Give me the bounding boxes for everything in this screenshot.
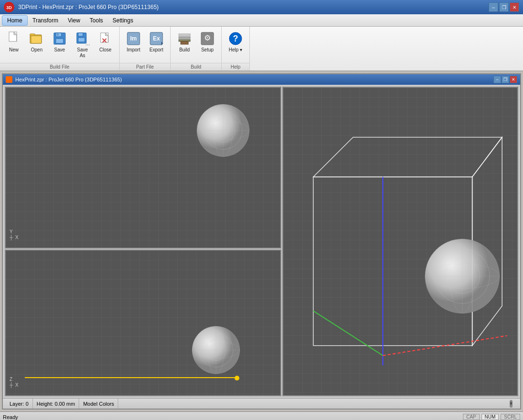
save-icon [52,31,67,46]
help-label: Help ▾ [229,47,242,53]
viewport-bottom[interactable]: Z ┼ X [5,250,281,396]
svg-line-53 [313,311,383,356]
mdi-window: HexPrint.zpr : ProJet 660 Pro (3DP651113… [2,73,521,410]
open-label: Open [31,47,42,53]
import-label: Import [127,47,140,53]
bottom-view-origin: ┼ [10,382,13,388]
close-button[interactable]: ✕ [510,2,519,12]
bottom-view-baseline [25,377,237,378]
new-label: New [9,47,19,53]
build-file-label: Build File [0,63,119,70]
restore-button[interactable]: ❐ [499,2,509,12]
help-icon: ? [228,31,243,46]
top-view-origin: ┼ [10,235,13,240]
svg-text:…: … [85,41,90,46]
ribbon-group-build-file-content: New Open [0,27,119,63]
open-button[interactable]: Open [26,29,48,55]
menu-settings[interactable]: Settings [108,16,138,25]
ribbon-group-part-file: Im Import Ex Export Part File [120,27,171,70]
menu-tools[interactable]: Tools [85,16,108,25]
import-icon: Im [126,31,141,46]
help-button[interactable]: ? Help ▾ [225,29,246,55]
mdi-minimize-button[interactable]: – [493,76,501,83]
svg-rect-25 [179,37,190,39]
svg-rect-24 [179,40,190,41]
svg-rect-9 [56,39,63,43]
menu-view[interactable]: View [63,16,85,25]
top-view-y-axis: Y [10,229,13,234]
save-button[interactable]: Save [49,29,71,55]
status-scroll [505,399,517,409]
menu-home[interactable]: Home [2,15,28,26]
export-icon: Ex [149,31,164,46]
svg-rect-26 [179,34,190,36]
export-label: Export [150,47,164,53]
menu-transform[interactable]: Transform [28,16,63,25]
ribbon-group-help-content: ? Help ▾ [222,27,249,63]
model-top-view [195,102,252,159]
ribbon-group-build-content: Build ⚙ Setup [171,27,221,63]
scrl-indicator: SCRL [501,414,520,420]
svg-rect-5 [30,34,35,36]
setup-icon: ⚙ [200,31,215,46]
build-button[interactable]: Build [174,29,195,55]
mdi-window-title: HexPrint.zpr : ProJet 660 Pro (3DP651113… [15,77,122,82]
build-label: Build [179,47,190,53]
svg-rect-12 [78,33,83,36]
mdi-title-bar: HexPrint.zpr : ProJet 660 Pro (3DP651113… [3,74,520,85]
svg-rect-10 [57,33,59,36]
title-bar-controls: – ❐ ✕ [489,2,519,12]
colors-status: Model Colors [79,399,118,409]
model-bottom-view [190,324,242,376]
svg-rect-27 [181,41,188,44]
svg-text:3D: 3D [6,5,12,10]
content-area: HexPrint.zpr : ProJet 660 Pro (3DP651113… [0,71,523,420]
minimize-button[interactable]: – [489,2,498,12]
viewport-status-bar: Layer: 0 Height: 0.00 mm Model Colors [3,398,520,409]
keyboard-indicators: CAP NUM SCRL [461,414,520,420]
part-file-label: Part File [120,63,170,70]
menu-bar: Home Transform View Tools Settings [0,14,523,27]
ribbon-group-build: Build ⚙ Setup Build [171,27,222,70]
svg-text:⚙: ⚙ [204,34,211,42]
ribbon-group-build-file: New Open [0,27,120,70]
viewport-left: Y ┼ X [5,87,281,396]
save-as-label: Save As [77,47,88,59]
import-button[interactable]: Im Import [123,29,144,55]
bottom-view-baseline-end [235,376,239,380]
mdi-window-icon [6,76,12,83]
ribbon-group-help: ? Help ▾ Help [222,27,250,70]
ribbon: New Open [0,27,523,71]
layer-status: Layer: 0 [6,399,33,409]
main-area: HexPrint.zpr : ProJet 660 Pro (3DP651113… [0,71,523,411]
bottom-view-x-axis: X [15,382,19,388]
num-indicator: NUM [482,414,499,420]
save-as-icon: … [75,31,90,46]
mdi-close-button[interactable]: ✕ [510,76,517,83]
ribbon-group-part-file-content: Im Import Ex Export [120,27,170,63]
mdi-restore-button[interactable]: ❐ [502,76,509,83]
svg-marker-50 [472,137,502,346]
bottom-bar: Ready CAP NUM SCRL [0,411,523,420]
new-icon [6,31,21,46]
viewport-right[interactable] [282,87,518,396]
save-as-button[interactable]: … Save As [72,29,93,61]
export-button[interactable]: Ex Export [145,29,167,55]
setup-button[interactable]: ⚙ Setup [196,29,218,55]
mdi-controls: – ❐ ✕ [493,76,517,83]
viewport-top[interactable]: Y ┼ X [5,87,281,249]
title-bar: 3D 3DPrint - HexPrint.zpr : ProJet 660 P… [0,0,523,14]
svg-rect-6 [31,36,41,43]
close-ribbon-icon [98,31,113,46]
new-button[interactable]: New [3,29,25,55]
help-label-group: Help [222,63,249,70]
window-title: 3DPrint - HexPrint.zpr : ProJet 660 Pro … [18,4,159,10]
svg-rect-13 [78,38,85,42]
svg-text:Ex: Ex [153,35,160,42]
close-ribbon-button[interactable]: Close [94,29,116,55]
ready-status: Ready [3,414,18,420]
build-icon [177,31,192,46]
svg-rect-63 [510,402,512,405]
svg-text:?: ? [233,34,238,43]
setup-label: Setup [201,47,214,53]
